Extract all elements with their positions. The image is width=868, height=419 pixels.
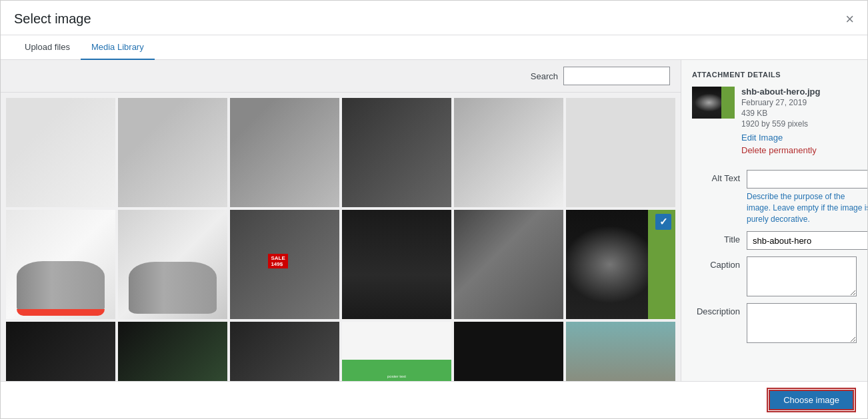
modal-header: Select image × [1, 1, 867, 35]
list-item[interactable] [566, 98, 675, 207]
list-item[interactable] [118, 98, 227, 207]
caption-label: Caption [692, 256, 740, 270]
list-item[interactable] [342, 98, 451, 207]
attachment-dimensions: 1920 by 559 pixels [741, 119, 820, 129]
list-item[interactable] [6, 322, 115, 381]
search-label: Search [531, 71, 558, 81]
attachment-metadata: shb-about-hero.jpg February 27, 2019 439… [741, 87, 820, 155]
list-item[interactable] [230, 98, 339, 207]
modal-body: Search [1, 60, 867, 381]
alt-text-label: Alt Text [692, 170, 740, 183]
tab-upload-files[interactable]: Upload files [14, 35, 81, 60]
modal-title: Select image [14, 11, 91, 35]
list-item[interactable] [230, 322, 339, 381]
description-field: Description [692, 303, 857, 343]
select-image-modal: Select image × Upload files Media Librar… [0, 0, 868, 419]
title-label: Title [692, 231, 740, 244]
edit-image-link[interactable]: Edit Image [741, 133, 820, 143]
sale-badge-overlay: SALE149$ [268, 254, 287, 268]
list-item[interactable] [342, 210, 451, 319]
attachment-filename: shb-about-hero.jpg [741, 87, 820, 97]
attachment-date: February 27, 2019 [741, 98, 820, 107]
modal-footer: Choose image [1, 381, 867, 418]
choose-image-button[interactable]: Choose image [769, 390, 854, 410]
title-input[interactable]: shb-about-hero [747, 231, 867, 250]
search-input[interactable] [563, 67, 670, 85]
thumbnail-accent [721, 87, 735, 119]
search-bar: Search [1, 60, 681, 93]
tab-bar: Upload files Media Library [1, 35, 867, 60]
description-label: Description [692, 303, 740, 316]
list-item[interactable]: SALE149$ [230, 210, 339, 319]
media-grid-container[interactable]: SALE149$ ✓ [1, 93, 681, 381]
description-input[interactable] [747, 303, 857, 343]
list-item[interactable] [118, 322, 227, 381]
selected-check: ✓ [655, 214, 671, 230]
attachment-size: 439 KB [741, 109, 820, 118]
list-item[interactable] [454, 322, 563, 381]
caption-input[interactable] [747, 256, 857, 296]
list-item[interactable] [566, 322, 675, 381]
list-item[interactable]: poster text [342, 322, 451, 381]
alt-text-help: Describe the purpose of the image. Leave… [747, 191, 867, 224]
attachment-thumbnail [692, 87, 735, 119]
tab-media-library[interactable]: Media Library [81, 35, 155, 60]
alt-text-field: Alt Text Describe the purpose of the ima… [692, 170, 857, 224]
close-button[interactable]: × [845, 12, 854, 35]
list-item[interactable] [6, 210, 115, 319]
media-area: Search [1, 60, 681, 381]
list-item-selected[interactable]: ✓ [566, 210, 675, 319]
delete-permanently-link[interactable]: Delete permanently [741, 145, 820, 155]
attachment-section-title: ATTACHMENT DETAILS [692, 71, 857, 79]
list-item[interactable] [454, 210, 563, 319]
thumbnail-image [692, 87, 735, 119]
title-field: Title shb-about-hero [692, 231, 857, 250]
list-item[interactable] [118, 210, 227, 319]
caption-field: Caption [692, 256, 857, 296]
alt-text-input[interactable] [747, 170, 867, 189]
attachment-details-panel: ATTACHMENT DETAILS shb-about-hero.jpg Fe… [681, 60, 867, 381]
list-item[interactable] [6, 98, 115, 207]
list-item[interactable] [454, 98, 563, 207]
attachment-preview: shb-about-hero.jpg February 27, 2019 439… [692, 87, 857, 155]
media-grid: SALE149$ ✓ [6, 98, 675, 381]
